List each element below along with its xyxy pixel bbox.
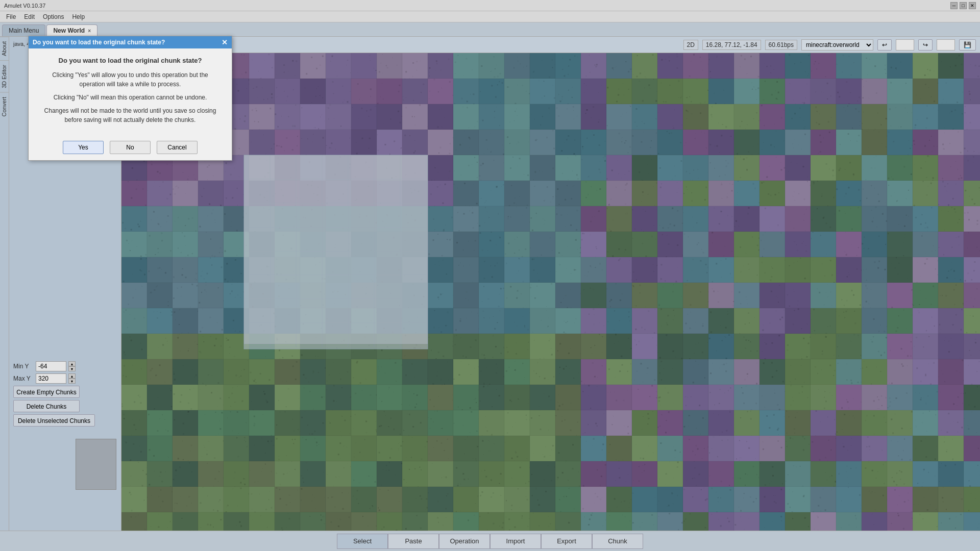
dialog-title-text: Do you want to load the original chunk s…	[39, 57, 222, 64]
dialog-body2: Clicking "No" will mean this operation c…	[39, 93, 222, 102]
dialog-cancel-button[interactable]: Cancel	[157, 141, 198, 154]
dialog-body1: Clicking "Yes" will allow you to undo th…	[39, 70, 222, 89]
dialog-close-icon[interactable]: ✕	[222, 38, 228, 46]
dialog-content: Do you want to load the original chunk s…	[29, 48, 232, 141]
dialog-titlebar: Do you want to load the original chunk s…	[29, 36, 232, 48]
dialog-no-button[interactable]: No	[110, 141, 151, 154]
dialog-yes-button[interactable]: Yes	[63, 141, 104, 154]
dialog-box: Do you want to load the original chunk s…	[28, 36, 232, 161]
dialog-body3: Changes will not be made to the world un…	[39, 106, 222, 124]
dialog-overlay: Do you want to load the original chunk s…	[0, 0, 980, 551]
dialog-buttons: Yes No Cancel	[29, 141, 232, 160]
dialog-title: Do you want to load the original chunk s…	[33, 39, 165, 46]
